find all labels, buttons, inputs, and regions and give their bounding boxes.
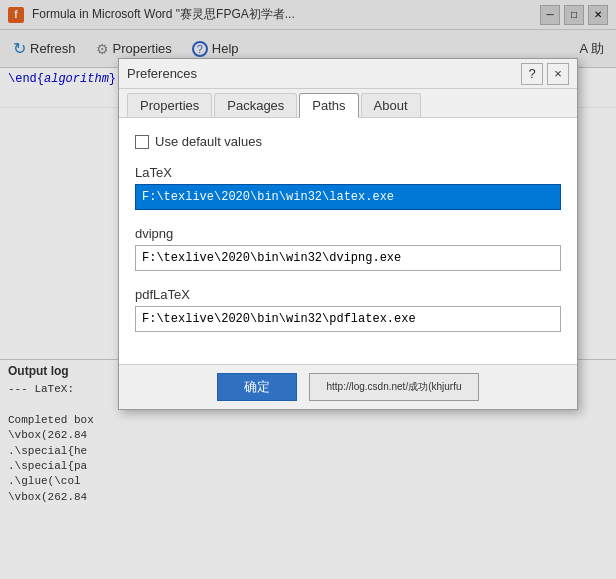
latex-path-input[interactable] xyxy=(135,184,561,210)
dialog-close-button[interactable]: × xyxy=(547,63,569,85)
tab-about[interactable]: About xyxy=(361,93,421,117)
dialog-title: Preferences xyxy=(127,66,521,81)
tab-paths[interactable]: Paths xyxy=(299,93,358,118)
dvipng-label: dvipng xyxy=(135,226,561,241)
dvipng-path-input[interactable] xyxy=(135,245,561,271)
dvipng-field-group: dvipng xyxy=(135,226,561,271)
preferences-dialog: Preferences ? × Properties Packages Path… xyxy=(118,58,578,410)
tab-packages[interactable]: Packages xyxy=(214,93,297,117)
use-defaults-row: Use default values xyxy=(135,134,561,149)
app-window: f Formula in Microsoft Word "赛灵思FPGA初学者.… xyxy=(0,0,616,579)
use-defaults-label: Use default values xyxy=(155,134,262,149)
pdflatex-field-group: pdfLaTeX xyxy=(135,287,561,332)
tab-bar: Properties Packages Paths About xyxy=(119,89,577,118)
ok-button[interactable]: 确定 xyxy=(217,373,297,401)
latex-label: LaTeX xyxy=(135,165,561,180)
dialog-help-button[interactable]: ? xyxy=(521,63,543,85)
ok-label: 确定 xyxy=(244,378,270,396)
cancel-button[interactable]: http://log.csdn.net/成功(khjurfu xyxy=(309,373,478,401)
pdflatex-label: pdfLaTeX xyxy=(135,287,561,302)
use-defaults-checkbox[interactable] xyxy=(135,135,149,149)
tab-properties[interactable]: Properties xyxy=(127,93,212,117)
dialog-titlebar: Preferences ? × xyxy=(119,59,577,89)
dialog-content: Use default values LaTeX dvipng pdfLaTeX xyxy=(119,118,577,364)
dialog-footer: 确定 http://log.csdn.net/成功(khjurfu xyxy=(119,364,577,409)
pdflatex-path-input[interactable] xyxy=(135,306,561,332)
cancel-note: http://log.csdn.net/成功(khjurfu xyxy=(326,380,461,394)
latex-field-group: LaTeX xyxy=(135,165,561,210)
